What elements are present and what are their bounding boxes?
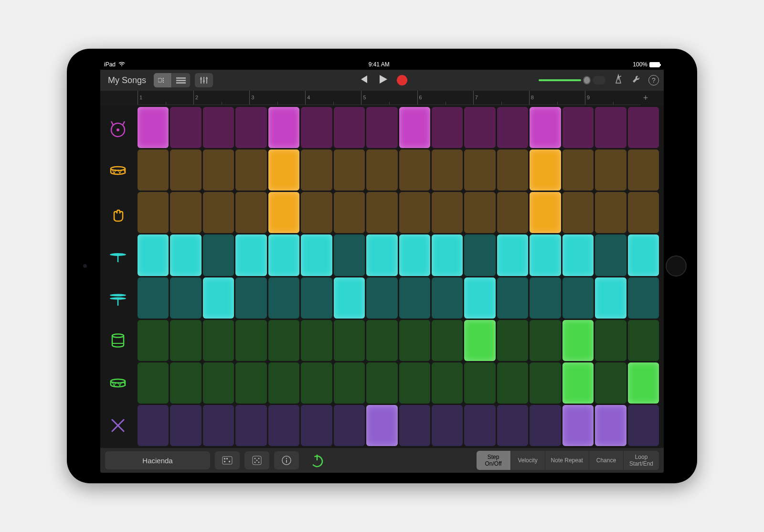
mode-tab[interactable]: Velocity <box>511 451 545 470</box>
mode-tab[interactable]: Note Repeat <box>545 451 589 470</box>
step-cell[interactable] <box>301 405 332 446</box>
step-cell[interactable] <box>366 320 397 361</box>
step-cell[interactable] <box>203 149 234 191</box>
step-cell[interactable] <box>268 192 299 233</box>
step-cell[interactable] <box>138 107 169 148</box>
step-cell[interactable] <box>432 149 463 191</box>
step-cell[interactable] <box>497 149 528 191</box>
power-button[interactable] <box>304 451 330 470</box>
step-cell[interactable] <box>530 107 561 148</box>
step-cell[interactable] <box>432 362 463 404</box>
step-cell[interactable] <box>562 107 594 148</box>
step-cell[interactable] <box>235 277 266 319</box>
help-button[interactable]: ? <box>648 75 659 85</box>
mixer-button[interactable] <box>195 73 213 87</box>
step-cell[interactable] <box>301 107 332 148</box>
snare-alt-icon[interactable] <box>102 362 134 404</box>
step-cell[interactable] <box>530 405 561 446</box>
step-cell[interactable] <box>432 277 463 319</box>
step-cell[interactable] <box>399 149 430 191</box>
view-tracks-button[interactable] <box>172 73 190 87</box>
step-cell[interactable] <box>595 107 626 148</box>
step-cell[interactable] <box>203 362 234 404</box>
step-cell[interactable] <box>334 192 365 233</box>
step-cell[interactable] <box>464 320 495 361</box>
step-cell[interactable] <box>595 192 626 233</box>
mode-tab[interactable]: Chance <box>589 451 624 470</box>
step-cell[interactable] <box>334 149 365 191</box>
step-cell[interactable] <box>595 149 626 191</box>
step-cell[interactable] <box>562 277 594 319</box>
prev-button[interactable] <box>357 73 369 87</box>
step-cell[interactable] <box>138 234 169 276</box>
step-cell[interactable] <box>203 107 234 148</box>
step-cell[interactable] <box>268 234 299 276</box>
step-cell[interactable] <box>595 405 626 446</box>
step-cell[interactable] <box>464 107 495 148</box>
preset-button[interactable]: Hacienda <box>105 451 210 469</box>
step-cell[interactable] <box>562 405 594 446</box>
step-cell[interactable] <box>170 107 201 148</box>
step-cell[interactable] <box>235 149 266 191</box>
record-button[interactable] <box>397 75 407 85</box>
step-cell[interactable] <box>301 192 332 233</box>
step-cell[interactable] <box>562 149 594 191</box>
step-cell[interactable] <box>203 234 234 276</box>
step-cell[interactable] <box>530 362 561 404</box>
dice-button[interactable] <box>244 451 269 469</box>
my-songs-button[interactable]: My Songs <box>105 75 149 85</box>
step-cell[interactable] <box>366 149 397 191</box>
step-cell[interactable] <box>595 320 626 361</box>
ruler-bar[interactable]: 7 <box>473 91 529 105</box>
step-cell[interactable] <box>628 149 659 191</box>
step-cell[interactable] <box>595 362 626 404</box>
step-cell[interactable] <box>562 320 594 361</box>
step-cell[interactable] <box>497 362 528 404</box>
step-cell[interactable] <box>562 362 594 404</box>
step-cell[interactable] <box>301 277 332 319</box>
view-browser-button[interactable] <box>154 73 172 87</box>
step-cell[interactable] <box>268 405 299 446</box>
step-cell[interactable] <box>399 362 430 404</box>
step-cell[interactable] <box>432 320 463 361</box>
home-button[interactable] <box>666 255 687 277</box>
ruler-bar[interactable]: 9 <box>585 91 641 105</box>
kick-icon[interactable] <box>102 107 134 149</box>
step-cell[interactable] <box>366 107 397 148</box>
step-cell[interactable] <box>203 277 234 319</box>
step-cell[interactable] <box>203 405 234 446</box>
metronome-button[interactable] <box>613 74 624 86</box>
step-cell[interactable] <box>138 277 169 319</box>
step-cell[interactable] <box>497 277 528 319</box>
step-cell[interactable] <box>432 405 463 446</box>
step-cell[interactable] <box>562 192 594 233</box>
step-cell[interactable] <box>170 320 201 361</box>
step-cell[interactable] <box>170 149 201 191</box>
clap-icon[interactable] <box>102 192 134 234</box>
step-cell[interactable] <box>628 277 659 319</box>
step-cell[interactable] <box>595 277 626 319</box>
step-cell[interactable] <box>530 192 561 233</box>
step-cell[interactable] <box>138 320 169 361</box>
ruler-bar[interactable]: 6 <box>417 91 473 105</box>
step-cell[interactable] <box>268 149 299 191</box>
step-cell[interactable] <box>432 192 463 233</box>
step-cell[interactable] <box>235 107 266 148</box>
mode-tab[interactable]: Step On/Off <box>477 451 511 470</box>
step-cell[interactable] <box>138 149 169 191</box>
step-cell[interactable] <box>170 362 201 404</box>
step-cell[interactable] <box>334 234 365 276</box>
play-button[interactable] <box>377 73 389 87</box>
ruler-bar[interactable]: 4 <box>305 91 361 105</box>
step-cell[interactable] <box>399 192 430 233</box>
step-cell[interactable] <box>530 320 561 361</box>
step-cell[interactable] <box>366 405 397 446</box>
pattern-button[interactable] <box>215 451 240 469</box>
hihat-open-icon[interactable] <box>102 277 134 319</box>
step-cell[interactable] <box>235 192 266 233</box>
step-cell[interactable] <box>399 277 430 319</box>
sticks-icon[interactable] <box>102 404 134 446</box>
step-cell[interactable] <box>530 277 561 319</box>
step-cell[interactable] <box>138 192 169 233</box>
step-cell[interactable] <box>203 192 234 233</box>
